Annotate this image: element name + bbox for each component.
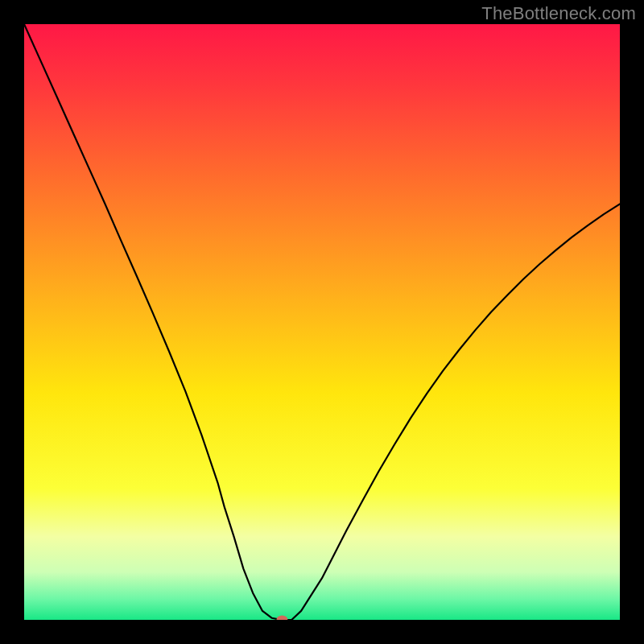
chart-container: { "watermark": "TheBottleneck.com", "cha…: [0, 0, 644, 644]
chart-border: [0, 0, 644, 644]
watermark-label: TheBottleneck.com: [481, 3, 636, 24]
